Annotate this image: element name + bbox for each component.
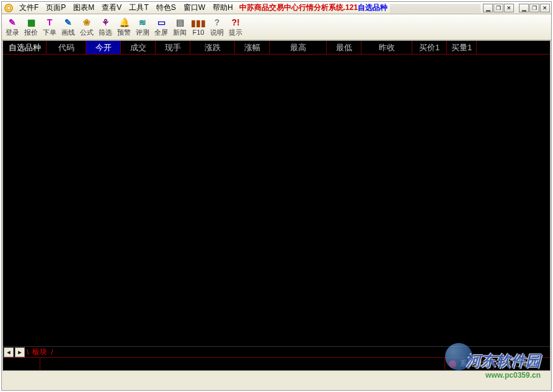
status-cell-1	[3, 358, 40, 370]
toolbar-报价[interactable]: ▦报价	[22, 16, 40, 39]
maximize-button[interactable]: ❐	[529, 4, 539, 12]
toolbar: ✎登录▦报价T下单✎画线❀公式⚘筛选🔔预警≋评测▭全屏▤新闻▮▮▮F10?说明?…	[2, 14, 551, 40]
inner-close-button[interactable]: ✕	[504, 4, 514, 12]
column-header-8[interactable]: 最低	[327, 41, 361, 54]
toolbar-label: F10	[193, 29, 205, 36]
fullscreen-icon: ▭	[156, 17, 166, 27]
app-title: 中苏商品交易中心行情分析系统.121	[239, 2, 358, 13]
toolbar-label: 预警	[117, 28, 131, 37]
toolbar-画线[interactable]: ✎画线	[59, 16, 77, 39]
menu-item-5[interactable]: 特色S	[153, 2, 180, 13]
tab-sector[interactable]: 板块	[29, 347, 51, 357]
scroll-left-button[interactable]: ◄	[4, 347, 14, 357]
inner-restore-button[interactable]: ❐	[493, 4, 503, 12]
app-logo-icon	[4, 3, 14, 13]
inner-minimize-button[interactable]: ▁	[483, 4, 493, 12]
toolbar-label: 登录	[6, 28, 19, 37]
order-icon: T	[45, 17, 55, 27]
predict-icon: ≋	[138, 17, 148, 27]
main-window: 文件F页面P图表M查看V工具T特色S窗口W帮助H 中苏商品交易中心行情分析系统.…	[1, 1, 552, 391]
content-area: 自选品种代码今开成交现手涨跌涨幅最高最低昨收买价1买量1 ◄ ► \ 板块 / …	[2, 40, 551, 371]
hint-icon: ?!	[231, 17, 241, 27]
filter-icon: ⚘	[100, 17, 110, 27]
watermark-globe-icon	[445, 343, 472, 370]
minimize-button[interactable]: ▁	[519, 4, 529, 12]
column-header-6[interactable]: 涨幅	[235, 41, 270, 54]
toolbar-说明[interactable]: ?说明	[208, 16, 226, 39]
toolbar-label: 报价	[24, 28, 38, 37]
draw-icon: ✎	[63, 17, 73, 27]
login-icon: ✎	[7, 17, 17, 27]
toolbar-label: 全屏	[154, 28, 168, 37]
outer-window-controls: ▁ ❐ ✕	[519, 4, 550, 12]
column-header-2[interactable]: 今开	[86, 41, 121, 54]
formula-icon: ❀	[82, 17, 92, 27]
toolbar-label: 提示	[229, 28, 242, 37]
column-header-3[interactable]: 成交	[121, 41, 156, 54]
toolbar-预警[interactable]: 🔔预警	[115, 16, 133, 39]
column-header-10[interactable]: 买价1	[412, 41, 447, 54]
toolbar-全屏[interactable]: ▭全屏	[152, 16, 170, 39]
column-headers: 自选品种代码今开成交现手涨跌涨幅最高最低昨收买价1买量1	[3, 41, 550, 55]
toolbar-提示[interactable]: ?!提示	[226, 16, 245, 39]
news-icon: ▤	[175, 17, 185, 27]
toolbar-新闻[interactable]: ▤新闻	[170, 16, 189, 39]
column-header-11[interactable]: 买量1	[447, 41, 477, 54]
column-header-4[interactable]: 现手	[156, 41, 190, 54]
menu-item-6[interactable]: 窗口W	[180, 2, 209, 13]
column-header-0[interactable]: 自选品种	[3, 41, 46, 54]
close-button[interactable]: ✕	[540, 4, 550, 12]
toolbar-下单[interactable]: T下单	[40, 16, 59, 39]
toolbar-label: 画线	[61, 28, 75, 37]
status-time: 14:14:24	[494, 358, 550, 370]
column-header-9[interactable]: 昨收	[361, 41, 412, 54]
toolbar-F10[interactable]: ▮▮▮F10	[189, 16, 208, 39]
help-icon: ?	[212, 17, 222, 27]
column-header-1[interactable]: 代码	[46, 41, 86, 54]
titlebar-filler	[390, 4, 480, 12]
toolbar-label: 筛选	[99, 28, 112, 37]
toolbar-label: 说明	[210, 28, 224, 37]
column-header-7[interactable]: 最高	[270, 41, 327, 54]
quote-icon: ▦	[26, 17, 36, 27]
data-grid[interactable]	[3, 55, 550, 346]
menu-item-2[interactable]: 图表M	[69, 2, 98, 13]
toolbar-登录[interactable]: ✎登录	[3, 16, 22, 39]
menubar: 文件F页面P图表M查看V工具T特色S窗口W帮助H 中苏商品交易中心行情分析系统.…	[2, 2, 551, 14]
menu-item-4[interactable]: 工具T	[125, 2, 152, 13]
toolbar-label: 下单	[43, 28, 56, 37]
f10-icon: ▮▮▮	[193, 18, 203, 28]
inner-window-controls: ▁ ❐ ✕	[483, 4, 514, 12]
toolbar-label: 公式	[80, 28, 94, 37]
scroll-right-button[interactable]: ►	[15, 347, 25, 357]
toolbar-公式[interactable]: ❀公式	[77, 16, 96, 39]
menu-item-0[interactable]: 文件F	[15, 2, 42, 13]
toolbar-筛选[interactable]: ⚘筛选	[96, 16, 115, 39]
column-header-5[interactable]: 涨跌	[190, 41, 235, 54]
toolbar-label: 新闻	[173, 28, 187, 37]
menu-item-7[interactable]: 帮助H	[209, 2, 237, 13]
menu-item-1[interactable]: 页面P	[42, 2, 69, 13]
toolbar-label: 评测	[136, 28, 149, 37]
svg-point-1	[7, 6, 11, 10]
svg-point-0	[5, 4, 12, 12]
app-title-suffix: 自选品种	[358, 2, 387, 13]
menu-item-3[interactable]: 查看V	[98, 2, 125, 13]
toolbar-评测[interactable]: ≋评测	[133, 16, 152, 39]
alert-icon: 🔔	[119, 17, 129, 27]
status-cell-main	[40, 358, 445, 370]
